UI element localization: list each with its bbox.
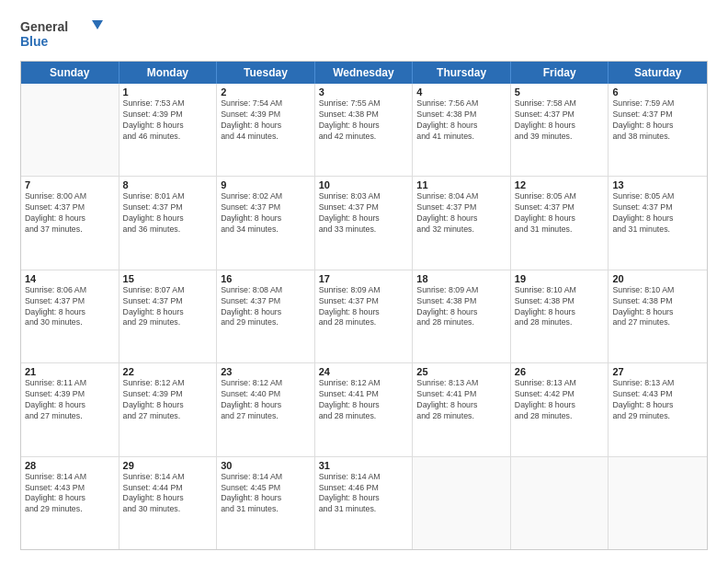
daylight-line2: and 31 minutes. xyxy=(515,224,605,236)
daylight-line2: and 37 minutes. xyxy=(25,224,115,236)
week-row-5: 28Sunrise: 8:14 AMSunset: 4:43 PMDayligh… xyxy=(21,457,707,549)
daylight-line1: Daylight: 8 hours xyxy=(319,307,409,318)
daylight-line1: Daylight: 8 hours xyxy=(221,493,311,504)
cell-date-number: 15 xyxy=(123,273,213,284)
sunrise-text: Sunrise: 8:08 AM xyxy=(221,285,311,296)
daylight-line2: and 28 minutes. xyxy=(319,317,409,328)
page: General Blue SundayMondayTuesdayWednesda… xyxy=(0,0,728,563)
sunrise-text: Sunrise: 8:12 AM xyxy=(221,378,311,389)
sunrise-text: Sunrise: 8:14 AM xyxy=(123,472,213,483)
empty-cell xyxy=(511,457,609,549)
logo: General Blue xyxy=(20,17,103,52)
sunset-text: Sunset: 4:42 PM xyxy=(515,389,605,400)
cell-info: Sunrise: 8:00 AMSunset: 4:37 PMDaylight:… xyxy=(25,191,115,236)
cell-date-number: 12 xyxy=(515,179,605,190)
sunrise-text: Sunrise: 7:58 AM xyxy=(515,98,605,109)
cell-date-number: 2 xyxy=(221,86,311,98)
sunset-text: Sunset: 4:37 PM xyxy=(515,202,605,213)
sunrise-text: Sunrise: 8:04 AM xyxy=(416,191,506,202)
sunrise-text: Sunrise: 8:09 AM xyxy=(416,285,506,296)
cell-date-number: 28 xyxy=(25,460,115,471)
cell-date-number: 26 xyxy=(515,366,605,377)
calendar: SundayMondayTuesdayWednesdayThursdayFrid… xyxy=(20,61,708,550)
daylight-line2: and 27 minutes. xyxy=(612,317,703,328)
sunrise-text: Sunrise: 8:14 AM xyxy=(25,472,115,483)
daylight-line2: and 30 minutes. xyxy=(123,504,213,515)
daylight-line1: Daylight: 8 hours xyxy=(221,400,311,411)
cell-date-number: 30 xyxy=(221,460,311,471)
sunset-text: Sunset: 4:40 PM xyxy=(221,389,311,400)
daylight-line2: and 44 minutes. xyxy=(221,132,311,143)
cell-info: Sunrise: 7:53 AMSunset: 4:39 PMDaylight:… xyxy=(123,98,213,143)
day-cell-21: 21Sunrise: 8:11 AMSunset: 4:39 PMDayligh… xyxy=(21,363,119,455)
daylight-line2: and 31 minutes. xyxy=(221,504,311,515)
daylight-line1: Daylight: 8 hours xyxy=(319,121,409,132)
sunrise-text: Sunrise: 8:11 AM xyxy=(25,378,115,389)
cell-date-number: 25 xyxy=(416,366,506,377)
sunset-text: Sunset: 4:38 PM xyxy=(416,296,506,307)
cell-date-number: 21 xyxy=(25,366,115,377)
week-row-4: 21Sunrise: 8:11 AMSunset: 4:39 PMDayligh… xyxy=(21,363,707,456)
sunset-text: Sunset: 4:37 PM xyxy=(612,202,703,213)
sunset-text: Sunset: 4:41 PM xyxy=(416,389,506,400)
day-cell-10: 10Sunrise: 8:03 AMSunset: 4:37 PMDayligh… xyxy=(315,177,414,269)
cell-info: Sunrise: 8:13 AMSunset: 4:41 PMDaylight:… xyxy=(416,378,506,422)
sunset-text: Sunset: 4:38 PM xyxy=(319,109,409,121)
daylight-line1: Daylight: 8 hours xyxy=(319,493,409,504)
cell-date-number: 8 xyxy=(123,179,213,190)
daylight-line1: Daylight: 8 hours xyxy=(612,121,703,132)
cell-info: Sunrise: 8:04 AMSunset: 4:37 PMDaylight:… xyxy=(416,191,506,236)
daylight-line2: and 29 minutes. xyxy=(221,317,311,328)
daylight-line2: and 34 minutes. xyxy=(221,224,311,236)
cell-info: Sunrise: 8:10 AMSunset: 4:38 PMDaylight:… xyxy=(612,285,703,329)
day-cell-23: 23Sunrise: 8:12 AMSunset: 4:40 PMDayligh… xyxy=(217,363,315,455)
cell-info: Sunrise: 8:12 AMSunset: 4:39 PMDaylight:… xyxy=(123,378,213,422)
sunrise-text: Sunrise: 7:59 AM xyxy=(612,98,703,109)
logo-svg: General Blue xyxy=(20,17,103,52)
sunset-text: Sunset: 4:43 PM xyxy=(612,389,703,400)
cell-date-number: 9 xyxy=(221,179,311,190)
svg-text:Blue: Blue xyxy=(20,34,49,49)
daylight-line1: Daylight: 8 hours xyxy=(612,400,703,411)
header-day-sunday: Sunday xyxy=(21,62,119,84)
daylight-line1: Daylight: 8 hours xyxy=(416,400,506,411)
sunrise-text: Sunrise: 8:14 AM xyxy=(221,472,311,483)
sunset-text: Sunset: 4:38 PM xyxy=(416,109,506,121)
cell-date-number: 18 xyxy=(416,273,506,284)
day-cell-25: 25Sunrise: 8:13 AMSunset: 4:41 PMDayligh… xyxy=(413,363,511,455)
day-cell-4: 4Sunrise: 7:56 AMSunset: 4:38 PMDaylight… xyxy=(413,84,511,176)
daylight-line2: and 28 minutes. xyxy=(416,411,506,422)
cell-date-number: 5 xyxy=(515,86,605,98)
day-cell-2: 2Sunrise: 7:54 AMSunset: 4:39 PMDaylight… xyxy=(217,84,315,176)
daylight-line1: Daylight: 8 hours xyxy=(515,307,605,318)
cell-date-number: 16 xyxy=(221,273,311,284)
day-cell-24: 24Sunrise: 8:12 AMSunset: 4:41 PMDayligh… xyxy=(315,363,414,455)
daylight-line1: Daylight: 8 hours xyxy=(416,307,506,318)
daylight-line1: Daylight: 8 hours xyxy=(416,213,506,224)
daylight-line1: Daylight: 8 hours xyxy=(515,121,605,132)
sunrise-text: Sunrise: 8:10 AM xyxy=(515,285,605,296)
cell-date-number: 7 xyxy=(25,179,115,190)
daylight-line2: and 31 minutes. xyxy=(319,504,409,515)
cell-info: Sunrise: 8:09 AMSunset: 4:37 PMDaylight:… xyxy=(319,285,409,329)
cell-info: Sunrise: 8:10 AMSunset: 4:38 PMDaylight:… xyxy=(515,285,605,329)
cell-info: Sunrise: 7:59 AMSunset: 4:37 PMDaylight:… xyxy=(612,98,703,143)
header-day-wednesday: Wednesday xyxy=(315,62,414,84)
daylight-line2: and 39 minutes. xyxy=(515,132,605,143)
cell-info: Sunrise: 8:14 AMSunset: 4:45 PMDaylight:… xyxy=(221,472,311,516)
cell-info: Sunrise: 7:56 AMSunset: 4:38 PMDaylight:… xyxy=(416,98,506,143)
calendar-header: SundayMondayTuesdayWednesdayThursdayFrid… xyxy=(21,62,707,84)
daylight-line1: Daylight: 8 hours xyxy=(221,307,311,318)
day-cell-14: 14Sunrise: 8:06 AMSunset: 4:37 PMDayligh… xyxy=(21,270,119,362)
sunset-text: Sunset: 4:39 PM xyxy=(123,109,213,121)
cell-info: Sunrise: 8:08 AMSunset: 4:37 PMDaylight:… xyxy=(221,285,311,329)
header-day-thursday: Thursday xyxy=(413,62,511,84)
daylight-line1: Daylight: 8 hours xyxy=(123,213,213,224)
day-cell-16: 16Sunrise: 8:08 AMSunset: 4:37 PMDayligh… xyxy=(217,270,315,362)
daylight-line1: Daylight: 8 hours xyxy=(123,400,213,411)
cell-date-number: 17 xyxy=(319,273,409,284)
cell-date-number: 4 xyxy=(416,86,506,98)
cell-info: Sunrise: 8:14 AMSunset: 4:43 PMDaylight:… xyxy=(25,472,115,516)
daylight-line2: and 36 minutes. xyxy=(123,224,213,236)
daylight-line2: and 27 minutes. xyxy=(221,411,311,422)
